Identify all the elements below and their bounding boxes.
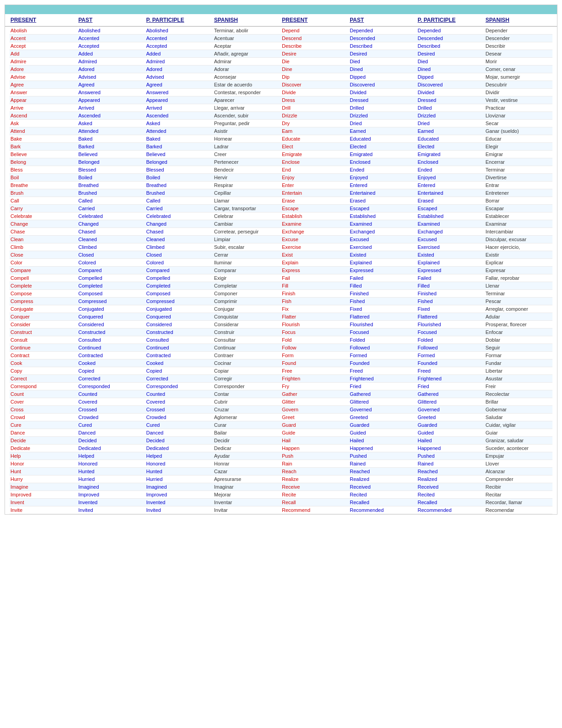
cell-spanish: Hornear — [213, 135, 281, 142]
cell-present: Happen — [281, 445, 349, 452]
cell-past: Cleaned — [77, 236, 145, 243]
cell-present: Believe — [10, 151, 77, 158]
cell-spanish: Completar — [213, 282, 281, 289]
cell-present: Conjugate — [10, 305, 77, 313]
cell-present: Conquer — [10, 313, 77, 320]
cell-spanish: Componer — [213, 290, 281, 297]
cell-spanish: Cocinar — [213, 359, 281, 367]
cell-participle: Invented — [146, 499, 213, 506]
cell-present: Descend — [281, 35, 349, 42]
cell-present: Flourish — [281, 321, 349, 328]
cell-present: Crowd — [10, 414, 77, 421]
cell-past: Dipped — [349, 73, 416, 81]
table-row: ExcuseExcusedExcusedDisculpar, excusar — [281, 236, 552, 243]
cell-participle: Descended — [417, 35, 485, 42]
cell-present: Finish — [281, 290, 349, 297]
cell-participle: Contracted — [146, 352, 213, 359]
cell-present: Bark — [10, 143, 77, 150]
cell-participle: Rained — [417, 460, 485, 467]
table-row: GuideGuidedGuidedGuiar — [281, 429, 552, 437]
cell-participle: Completed — [146, 282, 213, 289]
table-row: FillFilledFilledLlenar — [281, 282, 552, 290]
cell-spanish: Corretear, perseguir — [213, 228, 281, 235]
cell-present: Divide — [281, 89, 349, 96]
cell-present: Follow — [281, 344, 349, 351]
cell-past: Crossed — [77, 406, 145, 413]
table-row: CureCuredCuredCurar — [10, 421, 281, 429]
cell-past: Frightened — [349, 375, 416, 382]
cell-spanish: Suceder, acontecer — [485, 445, 552, 452]
cell-past: Invented — [77, 499, 145, 506]
cell-past: Descended — [349, 35, 416, 42]
cell-participle: Closed — [146, 251, 213, 258]
cell-present: Fish — [281, 298, 349, 305]
cell-present: Free — [281, 367, 349, 374]
cell-present: Adore — [10, 66, 77, 73]
table-row: ContractContractedContractedContraer — [10, 352, 281, 359]
cell-participle: Dressed — [417, 96, 485, 104]
cell-past: Reached — [349, 468, 416, 475]
table-row: AbolishAbolishedAbolishedTerminar, aboli… — [10, 27, 281, 35]
cell-participle: Drilled — [417, 104, 485, 111]
cell-past: Invited — [77, 506, 145, 514]
table-row: BlessBlessedBlessedBendecir — [10, 166, 281, 174]
cell-present: Carry — [10, 205, 77, 212]
table-row: AdoreAdoredAdoredAdorar — [10, 66, 281, 73]
table-row: EmigrateEmigratedEmigratedEmigrar — [281, 151, 552, 158]
cell-past: Examined — [349, 220, 416, 228]
table-row: BreatheBreathedBreathedRespirar — [10, 182, 281, 189]
cell-present: Enter — [281, 182, 349, 189]
cell-present: Reach — [281, 468, 349, 475]
cell-present: Receive — [281, 483, 349, 490]
cell-present: Compare — [10, 267, 77, 274]
cell-past: Drilled — [349, 104, 416, 111]
table-row: ExamineExaminedExaminedExaminar — [281, 220, 552, 228]
cell-participle: Divided — [417, 89, 485, 96]
cell-present: Die — [281, 58, 349, 65]
cell-participle: Helped — [146, 452, 213, 460]
table-row: InventInventedInventedInventar — [10, 499, 281, 506]
cell-participle: Expressed — [417, 267, 485, 274]
cell-present: Drizzle — [281, 112, 349, 119]
cell-past: Accepted — [77, 42, 145, 50]
cell-spanish: Gobernar — [485, 406, 552, 413]
cell-past: Guarded — [349, 421, 416, 429]
cell-present: Describe — [281, 42, 349, 50]
cell-past: Improved — [77, 491, 145, 498]
cell-past: Glittered — [349, 398, 416, 405]
cell-present: Compose — [10, 290, 77, 297]
table-row: HelpHelpedHelpedAyudar — [10, 452, 281, 460]
table-row: DescendDescendedDescendedDescender — [281, 35, 552, 42]
cell-present: Bake — [10, 135, 77, 142]
cell-present: Push — [281, 452, 349, 460]
cell-participle: Conjugated — [146, 305, 213, 313]
cell-spanish: Guiar — [485, 429, 552, 436]
cell-participle: Copied — [146, 367, 213, 374]
cell-spanish: Estar de acuerdo — [213, 81, 281, 88]
cell-present: Cover — [10, 398, 77, 405]
cell-past: Baked — [77, 135, 145, 142]
cell-spanish: Construir — [213, 329, 281, 336]
cell-present: Bless — [10, 166, 77, 173]
table-row: CorrectCorrectedCorrectedCorregir — [10, 375, 281, 383]
cell-past: Enclosed — [349, 158, 416, 166]
col-header-participle1: P. PARTICIPLE — [146, 16, 213, 24]
cell-participle: Finished — [417, 290, 485, 297]
table-row: EarnEarnedEarnedGanar (sueldo) — [281, 127, 552, 135]
cell-spanish: Desear — [485, 50, 552, 57]
cell-past: Counted — [77, 390, 145, 398]
cell-past: Received — [349, 483, 416, 490]
cell-past: Recited — [349, 491, 416, 498]
cell-past: Breathed — [77, 182, 145, 189]
table-row: ElectElectedElectedElegir — [281, 143, 552, 151]
cell-present: Chase — [10, 228, 77, 235]
table-row: DrizzleDrizzledDrizzledLloviznar — [281, 112, 552, 120]
cell-participle: Earned — [417, 127, 485, 135]
table-row: DrillDrilledDrilledPracticar — [281, 104, 552, 112]
cell-present: Advise — [10, 73, 77, 81]
cell-past: Appeared — [77, 96, 145, 104]
cell-past: Imagined — [77, 483, 145, 490]
col-header-present1: PRESENT — [10, 16, 77, 24]
cell-present: Hail — [281, 437, 349, 444]
cell-spanish: Comprender — [485, 475, 552, 483]
